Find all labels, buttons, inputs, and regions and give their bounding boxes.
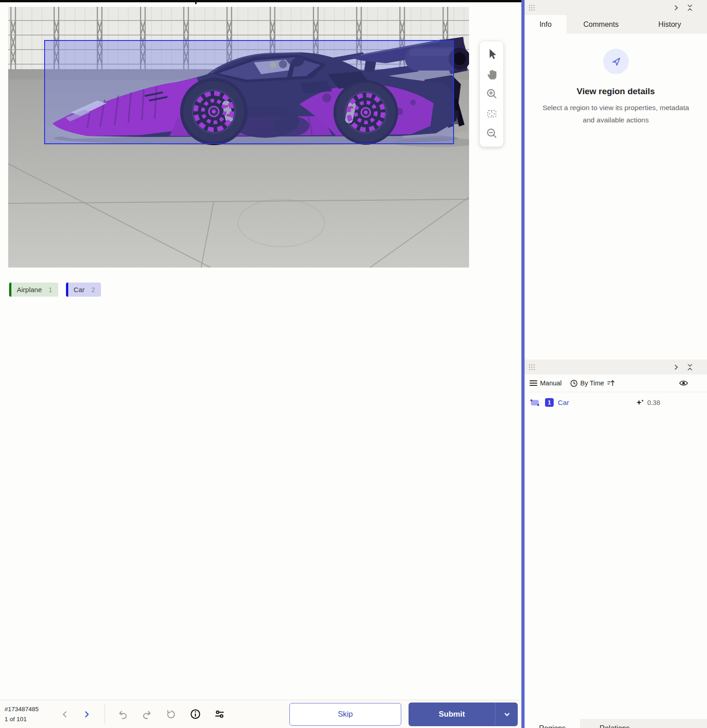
tab-info[interactable]: Info (525, 15, 566, 34)
details-empty-state: View region details Select a region to v… (525, 34, 707, 126)
tab-history[interactable]: History (636, 15, 704, 34)
edit-icons-group (117, 708, 225, 720)
info-button[interactable] (189, 708, 201, 720)
reset-icon (166, 709, 177, 720)
chevron-right-icon (82, 709, 92, 719)
task-position: 1 of 101 (5, 714, 58, 724)
undo-button[interactable] (117, 708, 129, 720)
video-progress-strip (0, 0, 521, 2)
zoom-in-icon (485, 87, 499, 101)
reset-button[interactable] (165, 708, 177, 720)
fit-screen-icon (485, 106, 499, 121)
panel-collapse-button[interactable] (684, 362, 695, 373)
hamburger-icon (530, 380, 537, 386)
select-tool-button[interactable] (483, 46, 500, 63)
label-chip-text: Car (74, 286, 85, 293)
task-id: #173487485 (5, 704, 58, 714)
skip-button[interactable]: Skip (289, 703, 401, 726)
label-chip-hotkey: 2 (91, 286, 95, 293)
tab-relations[interactable]: Relations (580, 719, 649, 728)
empty-state-icon-circle (603, 49, 629, 74)
tab-regions[interactable]: Regions (525, 719, 580, 728)
label-color-bar (9, 283, 11, 297)
zoom-out-tool-button[interactable] (483, 125, 500, 142)
undo-icon (117, 709, 128, 720)
details-panel: Info Comments History View region detail… (525, 0, 707, 126)
bounding-box-region-car[interactable] (44, 40, 454, 144)
settings-sliders-icon (214, 708, 225, 720)
drag-handle-icon[interactable] (529, 364, 535, 370)
collapse-vertical-icon (687, 4, 693, 11)
sort-by-button[interactable]: By Time (570, 379, 615, 387)
pan-tool-button[interactable] (483, 66, 500, 83)
label-color-bar (66, 283, 68, 297)
fit-screen-tool-button[interactable] (483, 105, 500, 122)
label-chip-text: Airplane (17, 286, 42, 293)
submit-split-button: Submit (409, 703, 518, 726)
canvas-toolbar (480, 41, 504, 147)
toggle-visibility-button[interactable] (679, 379, 688, 387)
details-panel-header (525, 0, 707, 15)
group-by-label: Manual (540, 379, 562, 387)
drag-handle-icon[interactable] (529, 5, 535, 11)
region-score: 0.38 (647, 399, 660, 406)
region-score-group: 0.38 (636, 398, 660, 407)
collapse-vertical-icon (687, 364, 693, 371)
task-meta: #173487485 1 of 101 (5, 704, 58, 724)
regions-toolbar: Manual By Time (525, 374, 707, 392)
sidebar: Info Comments History View region detail… (525, 0, 707, 728)
bottom-toolbar: #173487485 1 of 101 (0, 700, 521, 728)
cursor-icon (484, 46, 500, 62)
toolbar-divider (105, 704, 105, 724)
label-chip-airplane[interactable]: Airplane 1 (9, 283, 58, 297)
chevron-right-icon (673, 364, 679, 370)
panel-expand-button[interactable] (671, 2, 682, 13)
regions-tabs: Regions Relations (525, 719, 707, 728)
navigation-cursor-icon (610, 56, 622, 67)
panel-collapse-button[interactable] (684, 2, 695, 13)
sort-ascending-icon (607, 379, 615, 387)
tab-comments[interactable]: Comments (566, 15, 636, 34)
hand-icon (485, 67, 499, 81)
annotation-canvas[interactable] (8, 7, 469, 268)
sparkles-icon (636, 398, 645, 407)
next-task-button[interactable] (80, 708, 94, 721)
panel-expand-button[interactable] (671, 362, 682, 373)
info-icon (190, 708, 201, 720)
clock-icon (570, 379, 578, 387)
chevron-down-icon (502, 709, 512, 719)
empty-state-subtitle: Select a region to view its properties, … (540, 101, 692, 126)
settings-button[interactable] (213, 708, 225, 720)
annotation-app: Airplane 1 Car 2 #173487485 1 of 101 (0, 0, 707, 728)
region-index-badge[interactable]: 1 (545, 398, 554, 407)
zoom-in-tool-button[interactable] (483, 86, 500, 103)
regions-panel-header (525, 359, 707, 374)
region-shape-icon (530, 399, 540, 407)
label-chips-row: Airplane 1 Car 2 (9, 283, 101, 297)
empty-state-title: View region details (525, 86, 707, 96)
region-list-item-car[interactable]: 1 Car 0.38 (525, 392, 707, 413)
video-progress-tick (195, 0, 197, 4)
chevron-right-icon (673, 5, 679, 11)
chevron-left-icon (60, 709, 70, 719)
region-label[interactable]: Car (558, 399, 569, 407)
workspace: Airplane 1 Car 2 #173487485 1 of 101 (0, 0, 521, 728)
eye-icon (679, 379, 688, 387)
group-by-button[interactable]: Manual (530, 379, 562, 387)
prev-task-button[interactable] (58, 708, 72, 721)
details-tabs: Info Comments History (525, 15, 707, 34)
sort-by-label: By Time (581, 379, 604, 387)
zoom-out-icon (485, 126, 499, 141)
submit-button[interactable]: Submit (409, 703, 495, 726)
redo-icon (141, 709, 152, 720)
redo-button[interactable] (141, 708, 153, 720)
regions-panel: Regions Relations Manual (525, 359, 707, 413)
panel-resize-divider[interactable] (521, 0, 525, 728)
label-chip-hotkey: 1 (49, 286, 52, 293)
submit-dropdown-button[interactable] (495, 703, 518, 726)
label-chip-car[interactable]: Car 2 (66, 283, 101, 297)
